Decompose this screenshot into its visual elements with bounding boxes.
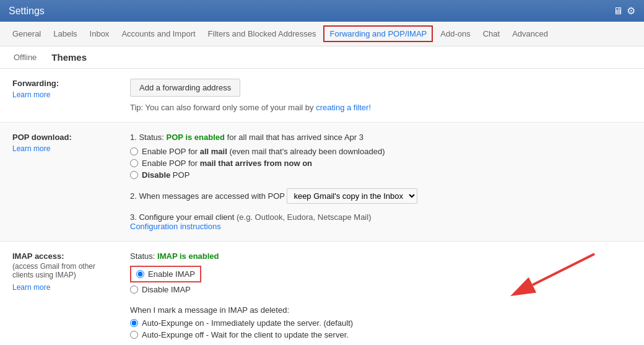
create-filter-link[interactable]: creating a filter!: [316, 103, 371, 112]
forwarding-learn-more[interactable]: Learn more: [12, 90, 118, 99]
tab-offline[interactable]: Offline: [6, 46, 44, 68]
forwarding-content: Add a forwarding address Tip: You can al…: [130, 79, 632, 112]
pop-all-mail-radio[interactable]: [130, 147, 138, 155]
disable-imap-row: Disable IMAP: [130, 285, 632, 294]
settings-content: Forwarding: Learn more Add a forwarding …: [0, 69, 644, 345]
imap-label-col: IMAP access: (access Gmail from other cl…: [12, 251, 130, 342]
pop-section2: 2. When messages are accessed with POP k…: [130, 188, 632, 204]
forwarding-tip: Tip: You can also forward only some of y…: [130, 103, 632, 112]
pop-radio3-row: Disable POP: [130, 170, 632, 180]
pop-section3: 3. Configure your email client (e.g. Out…: [130, 212, 632, 231]
imap-status-row: Status: IMAP is enabled: [130, 251, 632, 261]
enable-imap-label: Enable IMAP: [148, 269, 195, 279]
forwarding-section: Forwarding: Learn more Add a forwarding …: [0, 69, 644, 123]
gear-icon: ⚙: [627, 5, 635, 17]
tab-accounts[interactable]: Accounts and Import: [115, 22, 201, 46]
window-controls: 🖥 ⚙: [613, 5, 635, 17]
auto-expunge-on-label: Auto-Expunge on - Immediately update the…: [142, 318, 353, 328]
pop-disable-radio[interactable]: [130, 171, 138, 179]
disable-imap-radio[interactable]: [130, 286, 138, 294]
tab-advanced[interactable]: Advanced: [506, 22, 554, 46]
pop-radio2-row: Enable POP for mail that arrives from no…: [130, 159, 632, 168]
forwarding-label-col: Forwarding: Learn more: [12, 79, 130, 112]
auto-expunge-on-row: Auto-Expunge on - Immediately update the…: [130, 318, 632, 328]
forwarding-title: Forwarding:: [12, 79, 59, 88]
tab-filters[interactable]: Filters and Blocked Addresses: [202, 22, 323, 46]
nav-tabs-bar: General Labels Inbox Accounts and Import…: [0, 22, 644, 46]
pop-radio2-bold: mail that arrives from now on: [200, 159, 312, 168]
enable-imap-row: Enable IMAP: [130, 266, 201, 282]
tab-addons[interactable]: Add-ons: [434, 22, 476, 46]
pop-radio1-row: Enable POP for all mail (even mail that'…: [130, 147, 632, 156]
pop-radio3-text: Disable POP: [142, 170, 189, 180]
title-bar: Settings 🖥 ⚙: [0, 0, 644, 22]
pop-section3-label: 3. Configure your email client (e.g. Out…: [130, 212, 632, 222]
imap-status-value: IMAP is enabled: [157, 251, 219, 261]
pop-status-value: POP is enabled: [167, 133, 225, 142]
auto-expunge-on-radio[interactable]: [130, 319, 138, 327]
tab-general[interactable]: General: [6, 22, 47, 46]
tip-text-prefix: Tip: You can also forward only some of y…: [130, 103, 316, 112]
pop-download-section: POP download: Learn more 1. Status: POP …: [0, 123, 644, 242]
imap-sublabel: (access Gmail from other clients using I…: [12, 262, 118, 279]
auto-expunge-off-radio[interactable]: [130, 331, 138, 339]
tab-forwarding[interactable]: Forwarding and POP/IMAP: [323, 25, 433, 42]
tab-inbox[interactable]: Inbox: [84, 22, 116, 46]
pop-status-row: 1. Status: POP is enabled for all mail t…: [130, 133, 632, 142]
imap-status-label: Status:: [130, 251, 157, 261]
pop-learn-more[interactable]: Learn more: [12, 144, 118, 153]
pop-radio1-text: Enable POP for all mail (even mail that'…: [142, 147, 385, 156]
tab-themes[interactable]: Themes: [44, 47, 94, 68]
monitor-icon: 🖥: [613, 6, 623, 17]
imap-section: IMAP access: (access Gmail from other cl…: [0, 242, 644, 345]
auto-expunge-off-label: Auto-Expunge off - Wait for the client t…: [142, 330, 349, 339]
disable-imap-label: Disable IMAP: [142, 285, 191, 294]
pop-status-suffix: for all mail that has arrived since Apr …: [225, 133, 363, 142]
enable-imap-radio[interactable]: [136, 270, 144, 278]
pop-content: 1. Status: POP is enabled for all mail t…: [130, 133, 632, 231]
pop-from-now-radio[interactable]: [130, 159, 138, 167]
pop-status-label: 1. Status:: [130, 133, 167, 142]
imap-deleted-label: When I mark a message in IMAP as deleted…: [130, 305, 632, 315]
imap-learn-more[interactable]: Learn more: [12, 283, 118, 292]
pop-radio1-suffix: (even mail that's already been downloade…: [227, 147, 385, 156]
pop-label-col: POP download: Learn more: [12, 133, 130, 231]
imap-content: Status: IMAP is enabled Enable IMAP Disa…: [130, 251, 632, 342]
pop-radio2-text: Enable POP for mail that arrives from no…: [142, 159, 312, 168]
pop-title: POP download:: [12, 133, 72, 142]
auto-expunge-off-row: Auto-Expunge off - Wait for the client t…: [130, 330, 632, 339]
pop-radio1-bold: all mail: [200, 147, 227, 156]
imap-deleted-section: When I mark a message in IMAP as deleted…: [130, 305, 632, 339]
tab-labels[interactable]: Labels: [47, 22, 83, 46]
imap-title: IMAP access:: [12, 251, 64, 261]
pop-section2-label: 2. When messages are accessed with POP: [130, 191, 285, 201]
config-instructions-link[interactable]: Configuration instructions: [130, 222, 221, 231]
sub-nav-bar: Offline Themes: [0, 46, 644, 69]
tab-chat[interactable]: Chat: [477, 22, 506, 46]
add-forwarding-address-button[interactable]: Add a forwarding address: [130, 79, 240, 97]
app-title: Settings: [9, 6, 45, 17]
pop-access-dropdown[interactable]: keep Gmail's copy in the Inbox archive G…: [287, 188, 417, 204]
